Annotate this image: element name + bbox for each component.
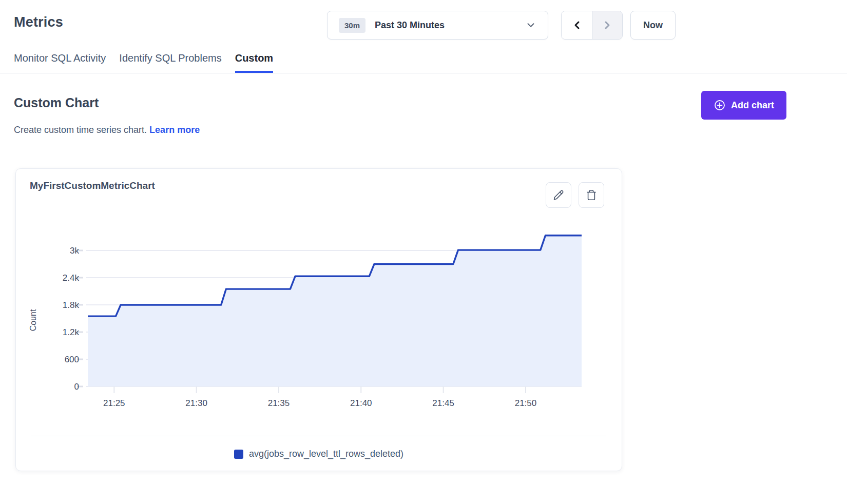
svg-text:600: 600: [65, 355, 79, 364]
chart-card-divider: [31, 436, 606, 436]
tab-identify-sql-problems[interactable]: Identify SQL Problems: [119, 52, 221, 73]
section-heading: Custom Chart: [14, 95, 99, 110]
trash-icon: [586, 189, 597, 201]
chart-title: MyFirstCustomMetricChart: [30, 180, 155, 191]
metrics-tabs: Monitor SQL Activity Identify SQL Proble…: [14, 52, 273, 73]
svg-text:3k: 3k: [70, 246, 79, 256]
time-pager: [561, 11, 623, 40]
time-range-badge: 30m: [339, 18, 365, 33]
chevron-right-icon: [601, 19, 613, 31]
timeseries-chart: 06001.2k1.8k2.4k3k21:2521:3021:3521:4021…: [24, 216, 604, 411]
svg-text:21:40: 21:40: [350, 398, 372, 408]
chart-legend: avg(jobs_row_level_ttl_rows_deleted): [16, 449, 622, 459]
chevron-down-icon: [525, 20, 536, 31]
svg-text:1.2k: 1.2k: [63, 327, 80, 337]
svg-text:2.4k: 2.4k: [63, 273, 80, 283]
tab-monitor-sql-activity[interactable]: Monitor SQL Activity: [14, 52, 106, 73]
add-chart-label: Add chart: [731, 100, 774, 111]
time-range-dropdown[interactable]: 30m Past 30 Minutes: [327, 11, 548, 40]
learn-more-link[interactable]: Learn more: [149, 125, 200, 135]
svg-text:21:30: 21:30: [185, 398, 207, 408]
section-description-text: Create custom time series chart.: [14, 125, 147, 135]
legend-swatch: [234, 450, 243, 459]
svg-text:21:25: 21:25: [103, 398, 125, 408]
pencil-icon: [553, 189, 564, 201]
time-range-label: Past 30 Minutes: [375, 20, 445, 31]
svg-text:1.8k: 1.8k: [63, 300, 80, 310]
next-range-button[interactable]: [592, 11, 622, 39]
now-button[interactable]: Now: [630, 11, 676, 40]
page-title: Metrics: [14, 14, 63, 30]
delete-chart-button[interactable]: [579, 182, 604, 208]
prev-range-button[interactable]: [562, 11, 592, 39]
svg-text:Count: Count: [29, 309, 37, 331]
plus-circle-icon: [714, 99, 726, 111]
chevron-left-icon: [571, 19, 583, 31]
chart-card: MyFirstCustomMetricChart 06001.2k1.8k2.4…: [15, 168, 622, 471]
edit-chart-button[interactable]: [546, 182, 571, 208]
legend-label: avg(jobs_row_level_ttl_rows_deleted): [249, 449, 403, 459]
svg-text:0: 0: [74, 382, 79, 392]
tab-custom[interactable]: Custom: [235, 52, 273, 73]
add-chart-button[interactable]: Add chart: [701, 91, 786, 120]
svg-text:21:50: 21:50: [515, 398, 537, 408]
svg-text:21:45: 21:45: [432, 398, 454, 408]
svg-text:21:35: 21:35: [268, 398, 290, 408]
section-description: Create custom time series chart. Learn m…: [14, 125, 200, 135]
tabs-divider: [0, 73, 847, 73]
